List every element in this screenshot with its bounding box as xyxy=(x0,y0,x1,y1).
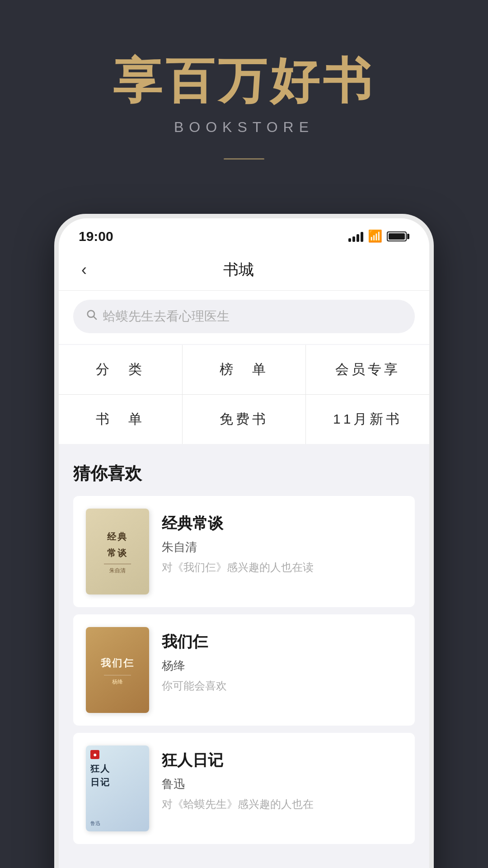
search-placeholder-text: 蛤蟆先生去看心理医生 xyxy=(103,308,230,325)
book-cover-2: 我们仨 杨绛 xyxy=(86,627,149,713)
category-item-fenlei[interactable]: 分 类 xyxy=(59,345,182,394)
search-container: 蛤蟆先生去看心理医生 xyxy=(59,291,429,344)
book-author: 鲁迅 xyxy=(162,776,402,792)
book-item-1[interactable]: 经典常谈 朱自清 经典常谈 朱自清 对《我们仨》感兴趣的人也在读 xyxy=(73,496,415,607)
book-item-3[interactable]: ● 狂人日记 鲁迅 狂人日记 鲁迅 对《蛤蟆先生》感兴趣的人也在 xyxy=(73,733,415,844)
book-list: 经典常谈 朱自清 经典常谈 朱自清 对《我们仨》感兴趣的人也在读 xyxy=(73,496,415,851)
book-info-3: 狂人日记 鲁迅 对《蛤蟆先生》感兴趣的人也在 xyxy=(162,745,402,812)
phone-screen: 19:00 📶 xyxy=(59,218,429,868)
cover-tag: ● xyxy=(90,750,99,759)
phone-mockup: 19:00 📶 xyxy=(54,214,434,868)
cover-author: 朱自清 xyxy=(109,567,126,575)
cover-author: 鲁迅 xyxy=(90,820,100,827)
section-title: 猜你喜欢 xyxy=(73,462,415,485)
book-info-1: 经典常谈 朱自清 对《我们仨》感兴趣的人也在读 xyxy=(162,509,402,575)
subtitle: BOOKSTORE xyxy=(174,119,314,136)
category-grid: 分 类 榜 单 会员专享 书 单 免费书 11月新书 xyxy=(59,345,429,444)
status-time: 19:00 xyxy=(79,229,113,244)
cover-text: 我们仨 xyxy=(101,654,135,672)
book-author: 杨绛 xyxy=(162,658,402,674)
book-desc: 对《蛤蟆先生》感兴趣的人也在 xyxy=(162,797,402,812)
book-name: 经典常谈 xyxy=(162,513,402,534)
recommend-section: 猜你喜欢 经典常谈 朱自清 经典常谈 朱自清 对《我们仨》感兴趣的人也 xyxy=(59,444,429,851)
book-info-2: 我们仨 杨绛 你可能会喜欢 xyxy=(162,627,402,693)
book-name: 狂人日记 xyxy=(162,750,402,771)
book-desc: 对《我们仨》感兴趣的人也在读 xyxy=(162,560,402,575)
back-button[interactable]: ‹ xyxy=(77,256,91,284)
nav-title: 书城 xyxy=(91,259,386,280)
book-name: 我们仨 xyxy=(162,632,402,652)
category-label: 会员专享 xyxy=(335,360,400,379)
cover-text: 狂人日记 xyxy=(90,762,110,789)
wifi-icon: 📶 xyxy=(368,229,382,243)
book-cover-3: ● 狂人日记 鲁迅 xyxy=(86,745,149,831)
category-item-shudan[interactable]: 书 单 xyxy=(59,395,182,444)
category-label: 11月新书 xyxy=(333,410,402,429)
category-item-free[interactable]: 免费书 xyxy=(183,395,306,444)
book-cover-1: 经典常谈 朱自清 xyxy=(86,509,149,594)
book-desc: 你可能会喜欢 xyxy=(162,678,402,693)
cover-author: 杨绛 xyxy=(112,678,123,686)
search-bar[interactable]: 蛤蟆先生去看心理医生 xyxy=(73,300,415,333)
book-author: 朱自清 xyxy=(162,539,402,555)
battery-icon xyxy=(387,231,409,241)
category-item-vip[interactable]: 会员专享 xyxy=(306,345,429,394)
main-title: 享百万好书 xyxy=(113,54,375,108)
svg-line-1 xyxy=(94,317,97,320)
status-bar: 19:00 📶 xyxy=(59,218,429,250)
signal-icon xyxy=(348,231,363,242)
category-item-bangdan[interactable]: 榜 单 xyxy=(183,345,306,394)
cover-text: 经典常谈 xyxy=(107,528,128,561)
nav-bar: ‹ 书城 xyxy=(59,250,429,291)
svg-point-0 xyxy=(88,311,94,317)
search-icon xyxy=(86,309,98,324)
book-item-2[interactable]: 我们仨 杨绛 我们仨 杨绛 你可能会喜欢 xyxy=(73,614,415,726)
category-label: 书 单 xyxy=(96,410,145,429)
header-area: 享百万好书 BOOKSTORE xyxy=(0,0,488,187)
status-icons: 📶 xyxy=(348,229,409,243)
category-label: 榜 单 xyxy=(220,360,268,379)
header-divider xyxy=(224,158,264,160)
category-label: 免费书 xyxy=(220,410,268,429)
category-label: 分 类 xyxy=(96,360,145,379)
category-item-new[interactable]: 11月新书 xyxy=(306,395,429,444)
